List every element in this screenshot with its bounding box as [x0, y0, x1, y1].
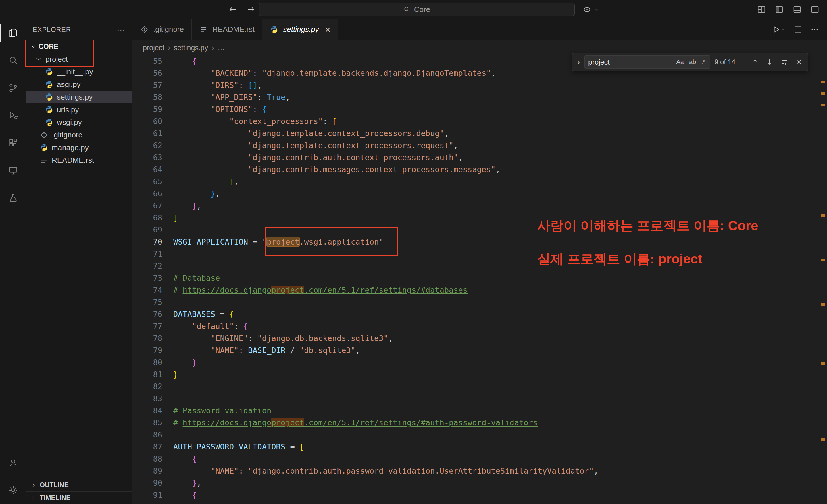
gitignore-icon: [40, 130, 48, 139]
tree-item-gitignore[interactable]: .gitignore: [27, 128, 132, 141]
tree-item-init-py[interactable]: __init__.py: [27, 65, 132, 78]
split-editor-button[interactable]: [794, 25, 802, 34]
outline-section[interactable]: OUTLINE: [27, 479, 132, 491]
code-line-77: 77 "default": {: [133, 320, 827, 332]
run-python-button[interactable]: [772, 25, 786, 34]
line-number: 84: [133, 405, 162, 417]
breadcrumb-item-[interactable]: …: [217, 44, 225, 52]
overview-ruler[interactable]: [821, 19, 827, 504]
tree-item-asgi-py[interactable]: asgi.py: [27, 78, 132, 91]
tree-item-settings-py[interactable]: settings.py: [27, 91, 132, 103]
tree-item-wsgi-py[interactable]: wsgi.py: [27, 116, 132, 128]
code-line-82: 82: [133, 381, 827, 393]
whole-word-toggle[interactable]: ab: [688, 58, 697, 66]
tab-readme-rst[interactable]: README.rst: [192, 19, 262, 40]
copilot-menu-button[interactable]: [582, 0, 599, 19]
toggle-panel-button[interactable]: [792, 5, 802, 14]
line-number: 63: [133, 152, 162, 164]
line-number: 56: [133, 67, 162, 79]
code-text: AUTH_PASSWORD_VALIDATORS = [: [162, 441, 304, 453]
regex-toggle[interactable]: .*: [700, 58, 707, 66]
line-number: 57: [133, 79, 162, 91]
activity-item-account[interactable]: [0, 449, 27, 477]
code-text: "django.contrib.auth.context_processors.…: [162, 152, 463, 164]
activity-item-run-debug[interactable]: [0, 102, 27, 129]
customize-layout-button[interactable]: [757, 5, 766, 14]
rst-icon: [40, 156, 48, 164]
code-text: "default": {: [162, 320, 248, 332]
activity-item-explorer[interactable]: [0, 19, 27, 47]
remote-explorer-icon: [8, 165, 18, 176]
python-icon: [45, 105, 53, 114]
search-match-tick: [821, 362, 825, 365]
chevron-down-icon: [35, 56, 42, 63]
back-arrow-button[interactable]: [228, 4, 238, 15]
find-input-box: Aa ab .*: [584, 55, 710, 69]
code-line-76: 76DATABASES = {: [133, 308, 827, 320]
explorer-header: EXPLORER ⋯: [27, 19, 132, 40]
find-match: project: [271, 418, 304, 427]
tree-item-project[interactable]: project: [27, 53, 132, 65]
code-line-68: 68]: [133, 212, 827, 224]
tab-bar: .gitignoreREADME.rstsettings.py×: [133, 19, 827, 40]
toggle-replace-chevron[interactable]: ›: [576, 57, 580, 67]
code-text: WSGI_APPLICATION = "project.wsgi.applica…: [162, 236, 384, 248]
sidebar-bottom-sections: OUTLINE TIMELINE: [27, 479, 132, 504]
find-input[interactable]: [588, 58, 672, 66]
previous-match-button[interactable]: [750, 56, 760, 68]
rst-icon: [199, 25, 208, 34]
toggle-secondary-sidebar-button[interactable]: [810, 5, 820, 14]
tab-settings-py[interactable]: settings.py×: [262, 19, 338, 40]
command-center-search[interactable]: Core: [259, 3, 575, 16]
activity-item-testing[interactable]: [0, 184, 27, 212]
editor-actions: [772, 19, 827, 40]
forward-arrow-button[interactable]: [246, 4, 256, 15]
breadcrumb-item-project[interactable]: project: [143, 44, 164, 52]
workspace-section-core[interactable]: CORE: [27, 40, 132, 53]
line-number: 73: [133, 272, 162, 284]
python-icon: [40, 143, 48, 152]
search-match-tick: [821, 104, 825, 106]
explorer-title: EXPLORER: [33, 26, 71, 34]
tab-label: .gitignore: [153, 25, 184, 34]
activity-item-source-control[interactable]: [0, 74, 27, 102]
python-icon: [45, 80, 53, 89]
python-icon: [40, 143, 48, 152]
close-find-button[interactable]: [793, 56, 804, 68]
source-control-icon: [8, 83, 18, 93]
code-text: "NAME": BASE_DIR / "db.sqlite3",: [162, 344, 360, 356]
more-actions-button[interactable]: [810, 25, 819, 34]
line-number: 60: [133, 115, 162, 127]
code-text: },: [162, 188, 220, 200]
python-icon: [270, 25, 279, 34]
toggle-primary-sidebar-button[interactable]: [775, 5, 784, 14]
activity-item-search[interactable]: [0, 47, 27, 74]
layout-controls: [757, 0, 820, 19]
tree-item-label: __init__.py: [57, 67, 93, 76]
tree-item-readme-rst[interactable]: README.rst: [27, 154, 132, 166]
timeline-section[interactable]: TIMELINE: [27, 491, 132, 504]
line-number: 91: [133, 489, 162, 501]
breadcrumb-item-settings-py[interactable]: settings.py: [174, 44, 208, 52]
match-case-toggle[interactable]: Aa: [675, 58, 685, 66]
line-number: 68: [133, 212, 162, 224]
code-line-58: 58 "APP_DIRS": True,: [133, 91, 827, 103]
code-editor[interactable]: 55 {56 "BACKEND": "django.template.backe…: [133, 55, 827, 504]
code-text: # https://docs.djangoproject.com/en/5.1/…: [162, 284, 468, 296]
views-menu-button[interactable]: ⋯: [117, 25, 126, 35]
rst-icon: [199, 25, 208, 34]
tree-item-urls-py[interactable]: urls.py: [27, 103, 132, 116]
code-line-71: 71: [133, 248, 827, 260]
tree-item-manage-py[interactable]: manage.py: [27, 141, 132, 154]
code-text: [162, 296, 173, 308]
activity-item-remote-explorer[interactable]: [0, 157, 27, 184]
tree-item-label: settings.py: [57, 93, 93, 102]
code-line-61: 61 "django.template.context_processors.d…: [133, 127, 827, 139]
tab-gitignore[interactable]: .gitignore: [133, 19, 192, 40]
close-icon[interactable]: ×: [325, 25, 331, 34]
find-in-selection-button[interactable]: [779, 56, 789, 68]
code-text: },: [162, 200, 201, 212]
next-match-button[interactable]: [764, 56, 775, 68]
activity-item-extensions[interactable]: [0, 129, 27, 157]
activity-item-settings[interactable]: [0, 477, 27, 504]
